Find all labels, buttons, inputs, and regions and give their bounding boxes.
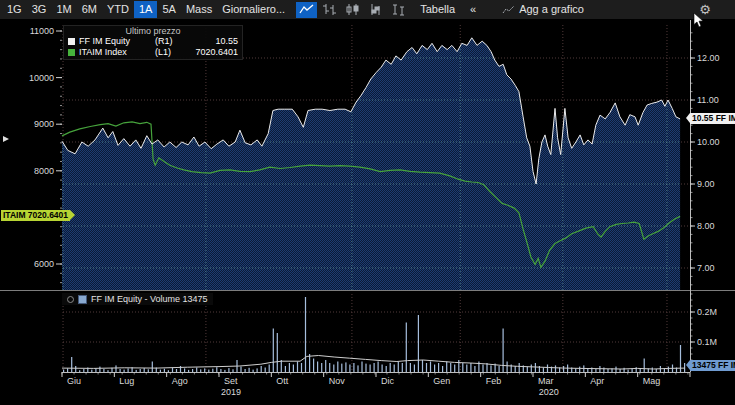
volume-bar xyxy=(192,369,193,372)
volume-bar xyxy=(390,363,391,372)
high-low-icon[interactable] xyxy=(388,2,409,18)
range-button-group: 1G3G1M6MYTD1A5AMassGiornaliero... xyxy=(2,1,290,18)
volume-bar xyxy=(382,365,383,373)
left-axis-tick-label: 10000 xyxy=(29,73,54,83)
volume-bar xyxy=(418,315,419,372)
ff-series-axis: (R1) xyxy=(155,36,181,47)
volume-bar xyxy=(370,365,371,373)
x-axis-year-label: 2020 xyxy=(539,387,559,397)
volume-bar xyxy=(394,365,395,373)
volume-bar xyxy=(398,362,399,373)
volume-bar xyxy=(204,368,205,372)
volume-legend[interactable]: FF IM Equity - Volume 13475 xyxy=(62,293,213,305)
volume-bar xyxy=(353,363,354,372)
volume-bar xyxy=(555,365,556,372)
volume-bar xyxy=(652,368,653,373)
range-6m[interactable]: 6M xyxy=(77,1,102,18)
volume-bar xyxy=(507,362,508,373)
volume-bar xyxy=(200,369,201,372)
itaim-series-name: ITAIM Index xyxy=(79,47,151,58)
volume-bar xyxy=(79,370,80,372)
range-ytd[interactable]: YTD xyxy=(102,1,134,18)
volume-bar xyxy=(446,362,447,373)
volume-legend-label: FF IM Equity - Volume 13475 xyxy=(91,294,208,304)
ff-last-price-badge: 10.55 FF IM xyxy=(690,113,735,124)
volume-bar xyxy=(595,369,596,372)
volume-bar xyxy=(297,362,298,373)
volume-bar xyxy=(333,365,334,373)
mass-button[interactable]: Mass xyxy=(181,1,217,18)
range-5a[interactable]: 5A xyxy=(157,1,180,18)
volume-bar xyxy=(228,368,229,372)
volume-bar xyxy=(414,365,415,373)
volume-bar xyxy=(277,333,278,372)
volume-bar xyxy=(176,369,177,372)
volume-bar xyxy=(184,368,185,372)
volume-bar xyxy=(196,368,197,373)
tabella-button[interactable]: Tabella xyxy=(415,1,460,18)
right-axis-tick-label: 7.00 xyxy=(697,263,715,273)
volume-bar xyxy=(168,370,169,372)
volume-bar xyxy=(245,369,246,372)
legend-row-itaim[interactable]: ITAIM Index (L1) 7020.6401 xyxy=(68,47,238,58)
expand-dot-icon[interactable] xyxy=(67,296,74,303)
x-axis-month-label: Giu xyxy=(67,376,81,386)
series-start-marker xyxy=(3,136,9,142)
volume-bar xyxy=(63,370,64,372)
line-chart-icon[interactable] xyxy=(296,2,317,18)
volume-bar xyxy=(438,363,439,372)
volume-bar xyxy=(454,365,455,373)
mini-chart-icon xyxy=(502,5,515,15)
bar-close-icon[interactable] xyxy=(365,2,386,18)
left-axis-tick-label: 9000 xyxy=(34,119,54,129)
range-1m[interactable]: 1M xyxy=(51,1,76,18)
volume-bar xyxy=(83,369,84,372)
volume-ma-line xyxy=(62,356,685,370)
legend-row-ff[interactable]: FF IM Equity (R1) 10.55 xyxy=(68,36,238,47)
volume-bar xyxy=(188,370,189,372)
volume-bar xyxy=(285,366,286,372)
volume-bar xyxy=(293,365,294,373)
volume-bar xyxy=(410,363,411,372)
volume-bar xyxy=(450,363,451,372)
ohlc-bars-icon[interactable] xyxy=(319,2,340,18)
left-axis-tick-label: 6000 xyxy=(34,259,54,269)
volume-bar xyxy=(136,370,137,372)
volume-bar xyxy=(527,367,528,372)
range-3g[interactable]: 3G xyxy=(27,1,52,18)
volume-bar xyxy=(164,369,165,372)
volume-bar xyxy=(466,365,467,373)
volume-bar xyxy=(140,369,141,372)
volume-bar xyxy=(71,357,72,372)
volume-bar xyxy=(273,329,274,373)
x-axis-month-label: Lug xyxy=(119,376,134,386)
volume-bar xyxy=(341,364,342,372)
collapse-toolbar-button[interactable]: « xyxy=(465,1,481,18)
volume-bar xyxy=(152,362,153,373)
period-giornaliero[interactable]: Giornaliero... xyxy=(217,1,290,18)
volume-bar xyxy=(329,363,330,372)
add-to-chart-label: Agg a grafico xyxy=(519,2,584,17)
volume-bar xyxy=(224,370,225,372)
volume-bar xyxy=(75,366,76,372)
candlestick-icon[interactable] xyxy=(342,2,363,18)
volume-bar xyxy=(103,369,104,372)
volume-axis-tick-label: 0.1M xyxy=(697,337,717,347)
volume-bar xyxy=(120,369,121,372)
volume-bar xyxy=(386,366,387,372)
right-axis-tick-label: 12.00 xyxy=(697,53,720,63)
volume-bar xyxy=(305,297,306,372)
volume-bar xyxy=(515,366,516,372)
volume-bar xyxy=(563,366,564,372)
left-axis-tick-label: 8000 xyxy=(34,166,54,176)
x-axis-month-label: Apr xyxy=(590,376,604,386)
volume-bar xyxy=(531,365,532,373)
range-1a[interactable]: 1A xyxy=(134,1,157,18)
range-1g[interactable]: 1G xyxy=(2,1,27,18)
volume-bar xyxy=(160,370,161,372)
add-to-chart-button[interactable]: Agg a grafico xyxy=(497,1,589,18)
volume-bar xyxy=(519,363,520,372)
volume-bar xyxy=(124,370,125,372)
x-axis-month-label: Mar xyxy=(538,376,554,386)
volume-bar xyxy=(575,368,576,372)
